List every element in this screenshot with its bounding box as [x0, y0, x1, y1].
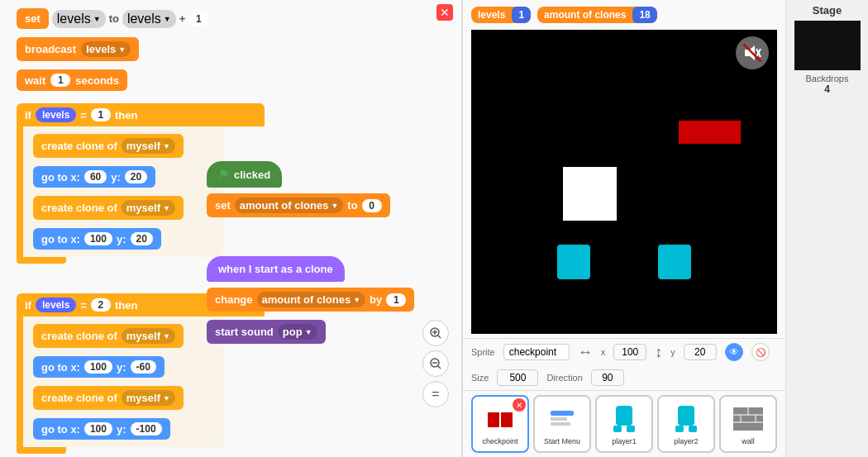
- sprite-item-player1[interactable]: player1: [595, 395, 653, 453]
- stage-container: levels 1 amount of clones 18: [463, 0, 868, 457]
- go-to-xy-1a[interactable]: go to x: 60 y: 20: [33, 162, 223, 192]
- clone-dropdown-1b[interactable]: myself ▼: [122, 200, 175, 216]
- levels-var-name: levels: [471, 7, 512, 23]
- change-amount-clones-block[interactable]: change amount of clones ▼ by 1: [207, 283, 414, 316]
- when-start-clone-hat[interactable]: when I start as a clone: [207, 256, 345, 282]
- change-var-dropdown[interactable]: amount of clones ▼: [257, 292, 366, 307]
- create-clone-2b[interactable]: create clone of myself ▼: [33, 382, 223, 414]
- backdrops-label: Backdrops: [806, 74, 849, 83]
- sprite-name-input[interactable]: [503, 344, 570, 360]
- clone-dropdown-2a[interactable]: myself ▼: [122, 328, 175, 344]
- direction-label: Direction: [546, 373, 582, 383]
- stage-canvas: [471, 30, 777, 334]
- wait-num[interactable]: 1: [50, 74, 70, 87]
- amount-clones-dropdown[interactable]: amount of clones ▼: [235, 198, 344, 213]
- amount-clones-value: 18: [632, 7, 656, 23]
- clone-dropdown-1a[interactable]: myself ▼: [122, 138, 175, 154]
- stage-panel: Stage Backdrops 4: [785, 0, 868, 457]
- y-label: y: [670, 347, 675, 357]
- stage-area: levels 1 amount of clones 18: [463, 0, 785, 457]
- sprite-label: Sprite: [471, 347, 495, 357]
- sprite-item-player2[interactable]: player2: [657, 395, 715, 453]
- svg-rect-12: [501, 412, 513, 427]
- create-clone-1a[interactable]: create clone of myself ▼: [33, 130, 223, 162]
- start-sound-block[interactable]: start sound pop ▼: [207, 316, 326, 348]
- zoom-reset-button[interactable]: =: [422, 381, 449, 407]
- sprite-delete-icon[interactable]: ✕: [513, 398, 526, 412]
- broadcast-block[interactable]: broadcast levels ▼: [17, 33, 139, 65]
- amount-clones-badge: amount of clones 18: [537, 7, 657, 23]
- cyan-player-2: [658, 245, 691, 279]
- set-to-val[interactable]: 0: [362, 199, 382, 212]
- player1-thumb: [608, 402, 641, 436]
- direction-value[interactable]: 90: [591, 369, 624, 386]
- if-val-1[interactable]: 1: [91, 108, 111, 121]
- svg-rect-17: [613, 426, 622, 432]
- zoom-out-button[interactable]: [422, 350, 449, 377]
- sprite-item-wall[interactable]: wall: [719, 395, 777, 453]
- levels-var-value: 1: [512, 7, 531, 23]
- wait-block[interactable]: wait 1 seconds: [17, 65, 127, 95]
- mute-button[interactable]: [736, 36, 769, 69]
- hide-button[interactable]: 🚫: [751, 343, 770, 361]
- game-content: [471, 30, 777, 334]
- broadcast-dropdown[interactable]: levels ▼: [81, 41, 131, 57]
- levels-dropdown[interactable]: levels ▼: [52, 10, 106, 28]
- set-amount-clones-block[interactable]: set amount of clones ▼ to 0: [207, 189, 390, 221]
- startmenu-thumb: [546, 402, 579, 436]
- svg-rect-13: [551, 411, 574, 416]
- sprite-name-player1: player1: [612, 437, 637, 445]
- go-to-xy-2a[interactable]: go to x: 100 y: -60: [33, 352, 223, 382]
- levels-var2-dropdown[interactable]: levels ▼: [122, 10, 176, 28]
- change-by-val[interactable]: 1: [386, 293, 406, 307]
- mute-icon: [743, 44, 761, 62]
- when-clicked-hat[interactable]: ⚑ clicked: [207, 161, 282, 188]
- stage-thumbnail[interactable]: [794, 21, 861, 70]
- x-label: x: [601, 347, 606, 357]
- stage-panel-title: Stage: [813, 4, 842, 17]
- svg-rect-21: [689, 426, 697, 432]
- sprite-item-checkpoint[interactable]: ✕ checkpoint: [471, 395, 529, 453]
- sprite-name-wall: wall: [742, 437, 755, 445]
- if-condition-1[interactable]: levels: [36, 107, 76, 122]
- set-block[interactable]: set: [17, 8, 49, 29]
- show-button[interactable]: 👁: [725, 343, 743, 361]
- set-levels-block[interactable]: set levels ▼ to levels ▼ + 1: [17, 4, 208, 33]
- clone-dropdown-2b[interactable]: myself ▼: [122, 390, 175, 406]
- sprite-item-start-menu[interactable]: Start Menu: [533, 395, 591, 453]
- sprite-list: ✕ checkpoint: [463, 390, 785, 457]
- svg-rect-20: [675, 426, 684, 432]
- arrow-icon: ↔: [578, 344, 593, 361]
- wall-thumb: [732, 402, 765, 436]
- amount-clones-name: amount of clones: [537, 7, 632, 23]
- size-label: Size: [471, 373, 489, 383]
- x-value[interactable]: 100: [613, 344, 646, 360]
- go-to-xy-2b[interactable]: go to x: 100 y: -100: [33, 414, 223, 444]
- code-panel: ✕ set levels ▼ to levels ▼ + 1: [0, 0, 463, 457]
- updown-icon: ↕: [655, 344, 662, 361]
- if-condition-2[interactable]: levels: [36, 298, 76, 312]
- svg-line-5: [437, 365, 441, 369]
- svg-rect-18: [627, 426, 635, 432]
- set-num-input[interactable]: 1: [188, 12, 208, 26]
- if-val-2[interactable]: 2: [91, 298, 111, 312]
- cancel-icon[interactable]: ✕: [436, 4, 453, 21]
- go-to-xy-1b[interactable]: go to x: 100 y: 20: [33, 224, 223, 254]
- svg-rect-15: [551, 422, 570, 426]
- svg-line-1: [437, 335, 441, 338]
- levels-variable-badge: levels 1: [471, 7, 531, 23]
- checkpoint-thumb: [484, 402, 517, 436]
- y-value[interactable]: 20: [684, 344, 717, 360]
- sprite-name-player2: player2: [674, 437, 699, 445]
- svg-rect-14: [551, 417, 567, 421]
- zoom-controls: =: [422, 320, 449, 407]
- if-block-1-header[interactable]: if levels = 1 then: [17, 103, 265, 126]
- create-clone-1b[interactable]: create clone of myself ▼: [33, 192, 223, 224]
- sprite-name-startmenu: Start Menu: [544, 437, 580, 445]
- create-clone-2a[interactable]: create clone of myself ▼: [33, 320, 223, 352]
- size-value[interactable]: 500: [497, 369, 538, 386]
- sprite-info-bar: Sprite ↔ x 100 ↕ y 20 👁 🚫 Size 500 Direc…: [463, 338, 785, 390]
- right-panel: levels 1 amount of clones 18: [463, 0, 868, 457]
- sound-dropdown[interactable]: pop ▼: [278, 324, 317, 340]
- zoom-in-button[interactable]: [422, 320, 449, 346]
